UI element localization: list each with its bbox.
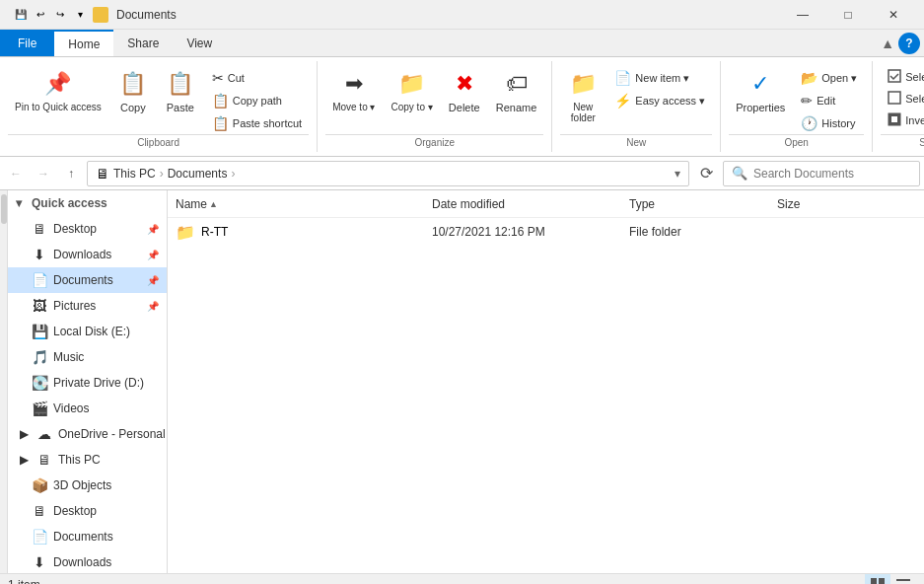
copy-path-icon: 📋	[212, 93, 229, 109]
ribbon-wrapper: 📌 Pin to Quick access 📋 Copy 📋 Paste	[0, 57, 924, 157]
close-button[interactable]: ✕	[871, 0, 916, 30]
select-label: Select	[881, 134, 924, 150]
edit-label: Edit	[817, 95, 835, 107]
invert-selection-button[interactable]: Invert selection	[881, 110, 924, 130]
onedrive-chevron: ▶	[20, 427, 29, 441]
delete-label: Delete	[449, 102, 480, 113]
history-button[interactable]: 🕐 History	[794, 112, 864, 134]
tab-view[interactable]: View	[173, 30, 226, 56]
move-to-button[interactable]: ➡ Move to ▾	[325, 63, 382, 130]
sidebar-item-videos[interactable]: 🎬 Videos	[8, 396, 167, 421]
pin-quickaccess-button[interactable]: 📌 Pin to Quick access	[8, 63, 108, 130]
qs-undo[interactable]: ↩	[32, 6, 49, 24]
rename-label: Rename	[496, 102, 537, 113]
window-controls: — □ ✕	[780, 0, 916, 30]
maximize-button[interactable]: □	[825, 0, 871, 30]
up-button[interactable]: ↑	[59, 162, 83, 185]
sidebar-onedrive[interactable]: ▶ ☁ OneDrive - Personal	[8, 421, 167, 447]
cut-button[interactable]: ✂ Cut	[205, 67, 309, 89]
sidebar-item-desktop2[interactable]: 🖥 Desktop	[8, 498, 167, 524]
delete-button[interactable]: ✖ Delete	[442, 63, 487, 130]
table-row[interactable]: 📁 R-TT 10/27/2021 12:16 PM File folder	[168, 218, 924, 246]
pin-indicator-pictures: 📌	[147, 301, 159, 312]
sidebar-item-3d-objects[interactable]: 📦 3D Objects	[8, 473, 167, 498]
downloads2-icon: ⬇	[32, 554, 47, 570]
sidebar-section-quickaccess[interactable]: ▾ Quick access	[8, 190, 167, 216]
search-box[interactable]: 🔍	[723, 161, 920, 186]
search-icon: 🔍	[732, 166, 747, 181]
new-item-button[interactable]: 📄 New item ▾	[607, 67, 712, 89]
qs-redo[interactable]: ↪	[51, 6, 69, 24]
col-header-type[interactable]: Type	[629, 197, 777, 211]
ribbon-group-open: ✓ Properties 📂 Open ▾ ✏ Edit 🕐 H	[721, 61, 873, 152]
sidebar-this-pc[interactable]: ▶ 🖥 This PC	[8, 447, 167, 473]
properties-icon: ✓	[745, 68, 776, 100]
forward-button[interactable]: →	[32, 162, 55, 185]
sidebar-item-documents2[interactable]: 📄 Documents	[8, 524, 167, 549]
address-documents: Documents	[168, 167, 228, 181]
svg-rect-4	[871, 578, 877, 584]
svg-rect-0	[888, 70, 900, 82]
search-input[interactable]	[753, 167, 911, 181]
new-folder-button[interactable]: 📁 Newfolder	[560, 63, 605, 130]
sidebar-item-desktop[interactable]: 🖥 Desktop 📌	[8, 216, 167, 242]
ribbon-tabs: File Home Share View ▲ ?	[0, 30, 924, 57]
open-content: ✓ Properties 📂 Open ▾ ✏ Edit 🕐 H	[729, 63, 864, 134]
content-header: Name ▲ Date modified Type Size	[168, 190, 924, 218]
paste-shortcut-label: Paste shortcut	[233, 117, 302, 129]
history-icon: 🕐	[801, 115, 817, 131]
select-all-button[interactable]: Select all	[881, 67, 924, 87]
tab-home[interactable]: Home	[54, 30, 113, 56]
refresh-button[interactable]: ⟳	[693, 161, 719, 186]
open-btn-button[interactable]: 📂 Open ▾	[794, 67, 864, 89]
local-disk-e-icon: 💾	[32, 324, 47, 339]
easy-access-button[interactable]: ⚡ Easy access ▾	[607, 90, 712, 111]
delete-icon: ✖	[449, 68, 480, 100]
sidebar-item-downloads2[interactable]: ⬇ Downloads	[8, 549, 167, 573]
easy-access-label: Easy access ▾	[635, 95, 705, 108]
minimize-button[interactable]: —	[780, 0, 825, 30]
sidebar-item-private-drive-d[interactable]: 💽 Private Drive (D:)	[8, 370, 167, 396]
address-bar[interactable]: 🖥 This PC › Documents › ▾	[87, 161, 689, 186]
copy-icon: 📋	[117, 68, 149, 100]
sidebar-item-documents[interactable]: 📄 Documents 📌	[8, 267, 167, 293]
paste-shortcut-button[interactable]: 📋 Paste shortcut	[205, 112, 309, 134]
sidebar-pictures-label: Pictures	[53, 299, 96, 313]
easy-access-icon: ⚡	[614, 93, 631, 109]
sidebar-item-pictures[interactable]: 🖼 Pictures 📌	[8, 293, 167, 319]
copy-button[interactable]: 📋 Copy	[110, 63, 156, 130]
help-button[interactable]: ?	[898, 33, 920, 54]
paste-button[interactable]: 📋 Paste	[158, 63, 203, 130]
edit-button[interactable]: ✏ Edit	[794, 90, 864, 111]
pin-icon: 📌	[42, 68, 74, 100]
title-bar-left: 💾 ↩ ↪ ▾ Documents	[8, 6, 177, 24]
select-smalls: Select all Select none Invert selection	[881, 63, 924, 130]
copy-to-button[interactable]: 📁 Copy to ▾	[385, 63, 440, 130]
clipboard-col: 📋 Copy	[110, 63, 156, 130]
clipboard-smalls: ✂ Cut 📋 Copy path 📋 Paste shortcut	[205, 63, 309, 134]
select-none-button[interactable]: Select none	[881, 89, 924, 109]
file-type-text: File folder	[629, 225, 681, 239]
invert-selection-label: Invert selection	[905, 114, 924, 126]
sidebar-item-downloads[interactable]: ⬇ Downloads 📌	[8, 242, 167, 267]
music-icon: 🎵	[32, 349, 47, 365]
content-list: 📁 R-TT 10/27/2021 12:16 PM File folder	[168, 218, 924, 573]
details-view-button[interactable]	[865, 574, 890, 585]
sidebar-item-music[interactable]: 🎵 Music	[8, 344, 167, 370]
col-header-modified[interactable]: Date modified	[432, 197, 629, 211]
col-header-name[interactable]: Name ▲	[176, 197, 432, 211]
list-view-button[interactable]	[890, 574, 916, 585]
tab-file[interactable]: File	[0, 30, 54, 56]
address-sep-1: ›	[160, 167, 164, 181]
qs-dropdown[interactable]: ▾	[71, 6, 89, 24]
sidebar-item-local-disk-e[interactable]: 💾 Local Disk (E:)	[8, 319, 167, 344]
rename-button[interactable]: 🏷 Rename	[489, 63, 544, 130]
clipboard-label: Clipboard	[8, 134, 309, 150]
copy-path-button[interactable]: 📋 Copy path	[205, 90, 309, 111]
properties-button[interactable]: ✓ Properties	[729, 63, 792, 130]
back-button[interactable]: ←	[4, 162, 28, 185]
col-header-size[interactable]: Size	[777, 197, 876, 211]
qs-save[interactable]: 💾	[12, 6, 30, 24]
tab-share[interactable]: Share	[113, 30, 173, 56]
ribbon-collapse-btn[interactable]: ▲	[881, 36, 894, 51]
